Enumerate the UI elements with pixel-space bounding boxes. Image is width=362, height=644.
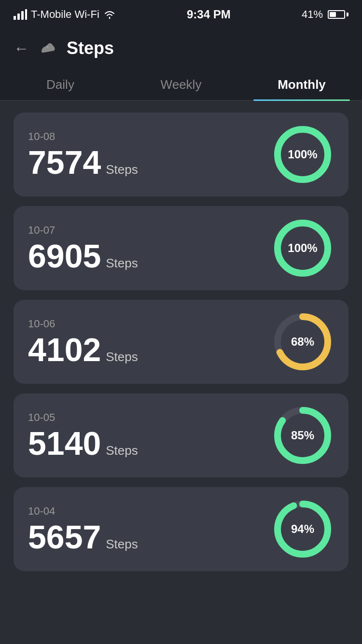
back-button[interactable]: ← bbox=[14, 40, 29, 57]
card-steps-label: Steps bbox=[106, 256, 138, 271]
status-bar: T-Mobile Wi-Fi 9:34 PM 41% bbox=[0, 0, 362, 29]
card-info: 10-04 5657 Steps bbox=[28, 505, 138, 553]
wifi-icon bbox=[103, 9, 116, 20]
card-steps-label: Steps bbox=[106, 162, 138, 177]
card-info: 10-05 5140 Steps bbox=[28, 411, 138, 460]
card-steps-number: 7574 bbox=[28, 146, 101, 179]
ring-percent: 94% bbox=[291, 522, 314, 536]
step-card-10-07[interactable]: 10-07 6905 Steps 100% bbox=[14, 206, 348, 290]
svg-rect-3 bbox=[25, 9, 27, 20]
ring-percent: 100% bbox=[288, 241, 317, 255]
svg-rect-2 bbox=[21, 11, 24, 20]
card-steps-number: 5657 bbox=[28, 520, 101, 553]
page-title: Steps bbox=[67, 38, 114, 58]
status-left: T-Mobile Wi-Fi bbox=[14, 8, 116, 21]
step-card-10-05[interactable]: 10-05 5140 Steps 85% bbox=[14, 393, 348, 477]
content-area: 10-08 7574 Steps 100% 10-07 6905 Steps bbox=[0, 101, 362, 583]
status-time: 9:34 PM bbox=[187, 8, 231, 21]
carrier-label: T-Mobile Wi-Fi bbox=[31, 8, 99, 21]
card-steps-number: 6905 bbox=[28, 239, 101, 272]
card-info: 10-08 7574 Steps bbox=[28, 130, 138, 179]
battery-label: 41% bbox=[302, 8, 323, 21]
step-card-10-08[interactable]: 10-08 7574 Steps 100% bbox=[14, 112, 348, 196]
battery-icon bbox=[328, 10, 348, 19]
card-date: 10-07 bbox=[28, 224, 138, 237]
tab-daily[interactable]: Daily bbox=[0, 68, 121, 100]
progress-ring: 94% bbox=[271, 498, 334, 560]
progress-ring: 85% bbox=[271, 404, 334, 467]
tab-weekly[interactable]: Weekly bbox=[121, 68, 241, 100]
card-date: 10-06 bbox=[28, 318, 138, 330]
svg-rect-1 bbox=[17, 14, 20, 20]
step-card-10-06[interactable]: 10-06 4102 Steps 68% bbox=[14, 300, 348, 384]
ring-percent: 68% bbox=[291, 335, 314, 349]
card-steps-number: 5140 bbox=[28, 427, 101, 460]
ring-percent: 100% bbox=[288, 148, 317, 161]
signal-icon bbox=[14, 9, 27, 20]
ring-percent: 85% bbox=[291, 429, 314, 442]
card-date: 10-04 bbox=[28, 505, 138, 518]
progress-ring: 100% bbox=[271, 123, 334, 186]
progress-ring: 68% bbox=[271, 310, 334, 373]
card-steps-label: Steps bbox=[106, 443, 138, 458]
step-card-10-04[interactable]: 10-04 5657 Steps 94% bbox=[14, 487, 348, 571]
card-steps-number: 4102 bbox=[28, 333, 101, 366]
card-info: 10-07 6905 Steps bbox=[28, 224, 138, 272]
card-date: 10-08 bbox=[28, 130, 138, 143]
header: ← Steps bbox=[0, 29, 362, 68]
card-steps-label: Steps bbox=[106, 350, 138, 364]
svg-rect-0 bbox=[14, 16, 16, 20]
card-date: 10-05 bbox=[28, 411, 138, 424]
progress-ring: 100% bbox=[271, 217, 334, 280]
card-info: 10-06 4102 Steps bbox=[28, 318, 138, 366]
card-steps-label: Steps bbox=[106, 537, 138, 552]
tab-monthly[interactable]: Monthly bbox=[241, 68, 362, 100]
shoe-icon bbox=[39, 39, 57, 57]
status-right: 41% bbox=[302, 8, 348, 21]
tab-bar: Daily Weekly Monthly bbox=[0, 68, 362, 101]
